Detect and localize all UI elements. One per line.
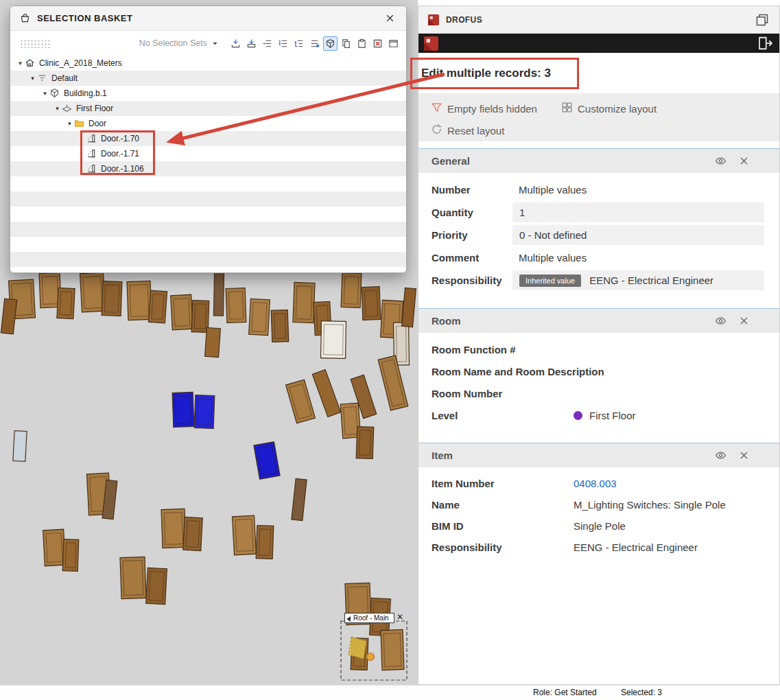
collapse-triangle-icon[interactable]: ▾: [65, 120, 74, 127]
door-icon: [86, 163, 98, 174]
close-section-icon[interactable]: [735, 314, 752, 329]
section-body-item: Item Number0408.003NameM_Lighting Switch…: [418, 467, 779, 568]
tree-row[interactable]: Door.-1.71: [10, 146, 406, 161]
field-row-responsibility: ResponsibilityEENG - Electrical Engineer: [432, 537, 764, 558]
field-row-room-name-and-room-description: Room Name and Room Description: [432, 360, 764, 382]
section-body-general: NumberMultiple valuesQuantity1Priority0 …: [418, 173, 779, 301]
reset-icon: [431, 124, 442, 137]
load-selection-icon[interactable]: [244, 36, 259, 51]
field-value-link[interactable]: 0408.003: [574, 478, 617, 489]
float-window-icon[interactable]: [755, 12, 770, 27]
group-by-set-icon[interactable]: [260, 36, 274, 51]
field-row-comment: CommentMultiple values: [432, 246, 764, 269]
toolbar-button-label: Reset layout: [447, 125, 504, 137]
copy-icon[interactable]: [339, 36, 353, 51]
selection-basket-titlebar[interactable]: SELECTION BASKET: [10, 6, 406, 31]
priority-input[interactable]: 0 - Not defined: [512, 225, 764, 245]
section-header-item[interactable]: Item: [418, 443, 779, 467]
close-section-icon[interactable]: [735, 154, 752, 169]
field-value: Single Pole: [574, 520, 626, 532]
drofus-logo-icon: [424, 36, 438, 51]
field-row-room-function: Room Function #: [432, 338, 764, 360]
selection-basket-window: SELECTION BASKET No Selection Sets ▾Clin…: [10, 5, 407, 273]
tree-row[interactable]: ▾Default: [10, 71, 406, 86]
field-label: Name: [432, 499, 574, 511]
eye-icon[interactable]: [712, 154, 729, 169]
tree-row[interactable]: Door.-1.106: [10, 161, 406, 176]
field-label: BIM ID: [432, 520, 574, 532]
tree-item-label: Building.b.1: [64, 89, 107, 98]
field-row-number: NumberMultiple values: [432, 178, 764, 201]
eye-icon[interactable]: [712, 448, 729, 463]
field-label: Responsibility: [432, 541, 574, 553]
drofus-titlebar[interactable]: DROFUS: [418, 6, 779, 34]
empty-fields-hidden-button[interactable]: Empty fields hidden: [431, 102, 537, 115]
collapse-triangle-icon[interactable]: ▾: [28, 75, 37, 82]
reset-layout-button[interactable]: Reset layout: [431, 124, 504, 137]
logout-icon[interactable]: [757, 36, 774, 51]
tree-row[interactable]: ▾Door: [10, 116, 406, 131]
group-by-category-icon[interactable]: [292, 36, 306, 51]
group-by-level-icon[interactable]: [276, 36, 290, 51]
field-value: First Floor: [589, 410, 636, 421]
field-value: Multiple values: [519, 252, 587, 264]
section-marker-label[interactable]: Roof - Main: [344, 613, 394, 623]
drofus-panel: DROFUS Edit multiple records: 3 Empty fi…: [418, 5, 780, 685]
collapse-triangle-icon[interactable]: ▾: [53, 105, 62, 112]
quantity-input[interactable]: 1: [512, 202, 764, 222]
eye-icon[interactable]: [712, 314, 729, 329]
toolbar-button-label: Empty fields hidden: [447, 103, 537, 115]
tree-row[interactable]: ▾First Floor: [10, 101, 406, 116]
building-icon: [49, 88, 61, 99]
selection-sets-dropdown[interactable]: No Selection Sets: [139, 38, 220, 49]
collapse-triangle-icon[interactable]: ▾: [16, 60, 25, 67]
paste-icon[interactable]: [355, 36, 369, 51]
collapse-triangle-icon[interactable]: ▾: [40, 90, 49, 97]
field-row-quantity: Quantity1: [432, 201, 764, 224]
tree-item-label: Clinic_A_2018_Meters: [39, 58, 122, 68]
tree-row[interactable]: ▾Building.b.1: [10, 86, 406, 101]
field-value: EENG - Electrical Engineer: [589, 275, 713, 286]
field-row-item-number: Item Number0408.003: [432, 473, 764, 494]
set-icon: [37, 73, 49, 84]
selection-sets-label: No Selection Sets: [139, 38, 207, 48]
responsibility-input[interactable]: Inherited valueEENG - Electrical Enginee…: [512, 270, 764, 290]
toolbar-button-label: Customize layout: [578, 103, 657, 115]
tree-row-empty: [10, 237, 406, 252]
show-3d-icon[interactable]: [323, 36, 338, 51]
section-title: General: [432, 155, 705, 167]
home-icon: [25, 58, 36, 69]
field-label: Room Name and Room Description: [432, 366, 604, 377]
flat-list-icon[interactable]: [307, 36, 322, 51]
customize-layout-button[interactable]: Customize layout: [561, 102, 657, 115]
tree-row-empty: [10, 207, 406, 222]
close-icon[interactable]: [383, 12, 397, 25]
save-selection-icon[interactable]: [228, 36, 243, 51]
field-value: EENG - Electrical Engineer: [574, 541, 698, 553]
level-color-dot: [574, 411, 582, 420]
tree-row[interactable]: ▾Clinic_A_2018_Meters: [10, 56, 406, 71]
section-close-icon[interactable]: ✕: [397, 612, 403, 622]
field-row-room-number: Room Number: [432, 382, 764, 404]
section-header-room[interactable]: Room: [418, 308, 779, 333]
field-row-name: NameM_Lighting Switches: Single Pole: [432, 494, 764, 515]
field-value: 1: [519, 207, 525, 218]
section-general: GeneralNumberMultiple valuesQuantity1Pri…: [418, 148, 779, 301]
drag-grip[interactable]: [20, 39, 50, 48]
tree-row[interactable]: Door.-1.70: [10, 131, 406, 146]
close-section-icon[interactable]: [735, 448, 752, 463]
clear-basket-icon[interactable]: [370, 36, 385, 51]
drofus-app-bar: [418, 34, 779, 53]
tree-item-label: First Floor: [76, 104, 113, 113]
field-label: Responsibility: [432, 275, 519, 286]
field-label: Item Number: [432, 478, 574, 489]
field-row-priority: Priority0 - Not defined: [432, 224, 764, 246]
window-title: SELECTION BASKET: [37, 13, 132, 23]
dock-icon[interactable]: [386, 36, 401, 51]
field-row-responsibility: ResponsibilityInherited valueEENG - Elec…: [432, 269, 764, 292]
section-header-general[interactable]: General: [418, 148, 779, 173]
tree-item-label: Door.-1.71: [101, 149, 139, 159]
field-label: Comment: [432, 252, 519, 264]
layout-grid-icon: [561, 102, 573, 115]
tree-item-label: Door.-1.106: [101, 164, 144, 174]
